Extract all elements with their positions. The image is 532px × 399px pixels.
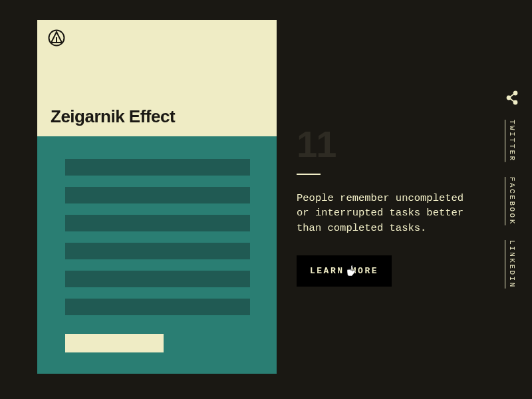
illustration-bar-short: [65, 334, 164, 352]
law-number: 11: [297, 122, 476, 166]
illustration-bar: [65, 187, 250, 203]
illustration-bar: [65, 243, 250, 259]
learn-more-button[interactable]: LEARN MORE: [297, 255, 392, 287]
detail-panel: 11 People remember uncompleted or interr…: [297, 122, 476, 287]
illustration-bar: [65, 215, 250, 231]
card-title: Zeigarnik Effect: [51, 106, 175, 127]
law-card: Zeigarnik Effect: [37, 20, 277, 374]
divider: [297, 174, 321, 175]
illustration-bar: [65, 159, 250, 176]
law-description: People remember uncompleted or interrupt…: [297, 191, 476, 235]
card-header: Zeigarnik Effect: [37, 20, 277, 136]
logo-icon: [48, 29, 65, 47]
illustration-bar: [65, 299, 250, 315]
svg-line-5: [510, 94, 514, 97]
card-illustration: [37, 136, 277, 315]
share-facebook-link[interactable]: FACEBOOK: [508, 177, 516, 225]
svg-line-6: [510, 98, 514, 102]
share-twitter-link[interactable]: TWITTER: [508, 120, 516, 162]
share-icon[interactable]: [505, 90, 519, 105]
share-sidebar: TWITTER FACEBOOK LINKEDIN: [505, 90, 519, 288]
illustration-bar: [65, 271, 250, 287]
share-linkedin-link[interactable]: LINKEDIN: [508, 240, 516, 289]
